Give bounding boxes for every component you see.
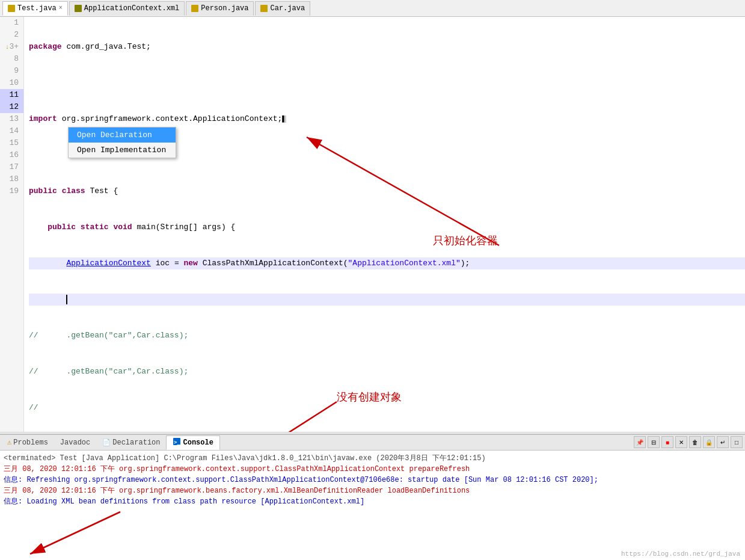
console-toolbar: 📌 ⊟ ■ ✕ 🗑 🔒 ↵ □ <box>634 436 743 448</box>
tab-person-java[interactable]: Person.java <box>186 1 254 16</box>
line-num-17: 17 <box>0 161 23 173</box>
console-line-2: 信息: Refreshing org.springframework.conte… <box>4 475 741 485</box>
console-line-4: 信息: Loading XML bean definitions from cl… <box>4 496 741 507</box>
java-file-icon <box>8 5 15 12</box>
xml-file-icon <box>75 5 82 12</box>
tab-label: Person.java <box>201 4 248 13</box>
editor-area: 1 2 ↓3+ 8 9 10 11 12 13 14 15 16 17 18 1… <box>0 17 745 432</box>
tab-declaration-label: Declaration <box>112 438 160 447</box>
clear-console-button[interactable]: 🗑 <box>689 436 701 448</box>
tab-label: ApplicationContext.xml <box>84 4 179 13</box>
tab-javadoc[interactable]: Javadoc <box>54 435 96 450</box>
code-line-14: // .getBean("car",Car.class); <box>29 366 745 378</box>
bottom-tab-bar: ⚠ Problems Javadoc 📄 Declaration >_ Cons… <box>0 435 745 451</box>
tab-console-label: Console <box>183 438 213 447</box>
line-num-16: 16 <box>0 149 23 161</box>
console-output: <terminated> Test [Java Application] C:\… <box>0 451 745 509</box>
code-line-10: public static void main(String[] args) { <box>29 221 745 233</box>
line-num-2: 2 <box>0 29 23 41</box>
line-num-1: 1 <box>0 17 23 29</box>
code-line-15: // <box>29 402 745 414</box>
code-line-12 <box>29 294 745 306</box>
svg-text:>_: >_ <box>174 439 180 445</box>
line-num-8: 8 <box>0 53 23 65</box>
line-numbers: 1 2 ↓3+ 8 9 10 11 12 13 14 15 16 17 18 1… <box>0 17 24 432</box>
remove-terminated-button[interactable]: ✕ <box>675 436 687 448</box>
tab-problems-label: Problems <box>13 438 48 447</box>
console-terminated-line: <terminated> Test [Java Application] C:\… <box>4 453 741 464</box>
scroll-lock-button[interactable]: 🔒 <box>703 436 715 448</box>
code-line-9: public class Test { <box>29 185 745 197</box>
tab-label: Car.java <box>270 4 305 13</box>
context-menu-item-open-declaration[interactable]: Open Declaration <box>69 128 176 143</box>
console-line-3: 三月 08, 2020 12:01:16 下午 org.springframew… <box>4 485 741 496</box>
line-num-19: 19 <box>0 185 23 197</box>
code-line-1: package com.grd_java.Test; <box>29 41 745 53</box>
pin-console-button[interactable]: 📌 <box>634 436 646 448</box>
tab-test-java[interactable]: Test.java × <box>2 1 68 16</box>
svg-line-7 <box>30 512 120 554</box>
code-line-11: ApplicationContext ioc = new ClassPathXm… <box>29 257 745 269</box>
tab-problems[interactable]: ⚠ Problems <box>1 435 54 450</box>
tab-console[interactable]: >_ Console <box>166 435 219 450</box>
line-num-9: 9 <box>0 65 23 77</box>
console-icon: >_ <box>173 437 181 448</box>
line-num-10: 10 <box>0 77 23 89</box>
code-line-2 <box>29 77 745 89</box>
line-num-11: 11 <box>0 89 23 101</box>
code-line-3: import org.springframework.context.Appli… <box>29 113 745 125</box>
context-menu: Open Declaration Open Implementation <box>68 127 176 158</box>
declaration-icon: 📄 <box>102 438 111 446</box>
code-line-13: // .getBean("car",Car.class); <box>29 330 745 342</box>
minimize-button[interactable]: ⊟ <box>648 436 660 448</box>
editor-tab-bar: Test.java × ApplicationContext.xml Perso… <box>0 0 745 17</box>
code-editor[interactable]: package com.grd_java.Test; import org.sp… <box>24 17 745 432</box>
console-line-1: 三月 08, 2020 12:01:16 下午 org.springframew… <box>4 464 741 475</box>
watermark: https://blog.csdn.net/grd_java <box>621 550 740 558</box>
line-num-15: 15 <box>0 137 23 149</box>
tab-applicationcontext-xml[interactable]: ApplicationContext.xml <box>69 1 185 16</box>
line-num-14: 14 <box>0 125 23 137</box>
line-num-3: ↓3+ <box>0 41 23 53</box>
java-file-icon <box>191 5 198 12</box>
warning-icon: ⚠ <box>7 438 11 447</box>
terminate-button[interactable]: ■ <box>661 436 673 448</box>
line-num-18: 18 <box>0 173 23 185</box>
tab-javadoc-label: Javadoc <box>60 438 90 447</box>
tab-close-icon[interactable]: × <box>59 5 63 11</box>
word-wrap-button[interactable]: ↵ <box>717 436 729 448</box>
line-num-12: 12 <box>0 101 23 113</box>
tab-declaration[interactable]: 📄 Declaration <box>96 435 166 450</box>
maximize-button[interactable]: □ <box>731 436 743 448</box>
context-menu-item-open-implementation[interactable]: Open Implementation <box>69 143 176 158</box>
java-file-icon <box>260 5 268 12</box>
line-num-13: 13 <box>0 113 23 125</box>
tab-label: Test.java <box>17 4 57 13</box>
bottom-panel: ⚠ Problems Javadoc 📄 Declaration >_ Cons… <box>0 434 745 560</box>
tab-car-java[interactable]: Car.java <box>255 1 310 16</box>
